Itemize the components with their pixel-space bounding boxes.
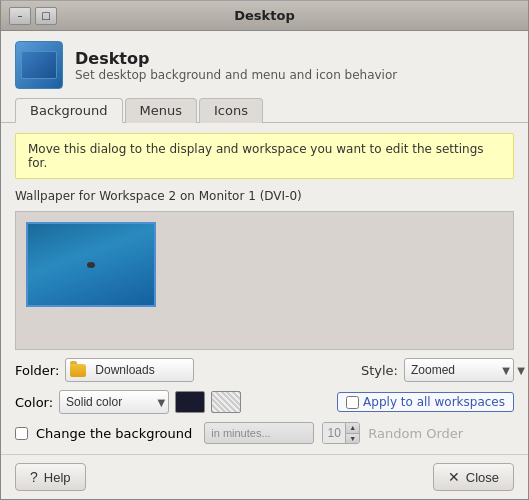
color-row: Color: Solid color Horizontal gradient V… [15, 390, 514, 414]
close-icon: ✕ [448, 469, 460, 485]
folder-style-row: Folder: Downloads ▼ Style: Zoomed Scaled… [15, 358, 514, 382]
folder-icon [70, 364, 86, 377]
folder-select-arrow: ▼ [517, 365, 525, 376]
random-order-label: Random Order [368, 426, 463, 441]
desktop-window: – □ Desktop Desktop Set desktop backgrou… [0, 0, 529, 500]
wallpaper-dot [87, 262, 95, 268]
apply-workspace-label: Apply to all workspaces [363, 395, 505, 409]
color-swatch-pattern[interactable] [211, 391, 241, 413]
wallpaper-preview-area [15, 211, 514, 350]
color-select-wrapper: Solid color Horizontal gradient Vertical… [59, 390, 169, 414]
tab-menus[interactable]: Menus [125, 98, 197, 123]
header-area: Desktop Set desktop background and menu … [1, 31, 528, 97]
wallpaper-thumbnail[interactable] [26, 222, 156, 307]
folder-select[interactable]: Downloads [89, 358, 189, 382]
apply-workspace-checkbox[interactable] [346, 396, 359, 409]
folder-label: Folder: [15, 363, 59, 378]
bottom-bar: ? Help ✕ Close [1, 454, 528, 499]
style-select-wrapper: Zoomed Scaled Stretched Centered Tiled ▼ [404, 358, 514, 382]
folder-group: Folder: Downloads ▼ [15, 358, 194, 382]
spinbox-buttons: ▲ ▼ [345, 423, 359, 443]
color-label: Color: [15, 395, 53, 410]
apply-workspace-wrapper: Apply to all workspaces [337, 392, 514, 412]
color-select[interactable]: Solid color Horizontal gradient Vertical… [59, 390, 169, 414]
style-group: Style: Zoomed Scaled Stretched Centered … [361, 358, 514, 382]
close-button[interactable]: ✕ Close [433, 463, 514, 491]
change-bg-row: Change the background in minutes... in h… [15, 422, 514, 444]
app-icon-inner [21, 51, 57, 79]
tabs-bar: Background Menus Icons [1, 97, 528, 123]
help-label: Help [44, 470, 71, 485]
app-subtitle: Set desktop background and menu and icon… [75, 68, 397, 82]
color-swatch-primary[interactable] [175, 391, 205, 413]
minimize-button[interactable]: – [9, 7, 31, 25]
tab-icons[interactable]: Icons [199, 98, 263, 123]
app-icon [15, 41, 63, 89]
in-minutes-select[interactable]: in minutes... in hours... [204, 422, 314, 444]
notice-box: Move this dialog to the display and work… [15, 133, 514, 179]
maximize-icon: □ [41, 10, 50, 21]
header-text: Desktop Set desktop background and menu … [75, 49, 397, 82]
spinbox-up-button[interactable]: ▲ [346, 423, 359, 434]
tab-background[interactable]: Background [15, 98, 123, 123]
titlebar: – □ Desktop [1, 1, 528, 31]
tab-content-background: Move this dialog to the display and work… [1, 123, 528, 454]
color-group: Color: Solid color Horizontal gradient V… [15, 390, 241, 414]
in-minutes-wrapper: in minutes... in hours... [204, 422, 314, 444]
maximize-button[interactable]: □ [35, 7, 57, 25]
wallpaper-label: Wallpaper for Workspace 2 on Monitor 1 (… [15, 189, 514, 203]
app-title: Desktop [75, 49, 397, 68]
style-select[interactable]: Zoomed Scaled Stretched Centered Tiled [404, 358, 514, 382]
change-bg-checkbox[interactable] [15, 427, 28, 440]
help-button[interactable]: ? Help [15, 463, 86, 491]
notice-text: Move this dialog to the display and work… [28, 142, 484, 170]
help-icon: ? [30, 469, 38, 485]
change-bg-label: Change the background [36, 426, 192, 441]
minutes-input[interactable] [323, 423, 345, 443]
titlebar-buttons: – □ [9, 7, 57, 25]
spinbox-down-button[interactable]: ▼ [346, 434, 359, 444]
window-title: Desktop [57, 8, 472, 23]
style-label: Style: [361, 363, 398, 378]
minutes-spinbox: ▲ ▼ [322, 422, 360, 444]
close-label: Close [466, 470, 499, 485]
minimize-icon: – [18, 10, 23, 21]
folder-select-wrapper: Downloads ▼ [65, 358, 194, 382]
apply-workspaces-group: Apply to all workspaces [337, 392, 514, 412]
